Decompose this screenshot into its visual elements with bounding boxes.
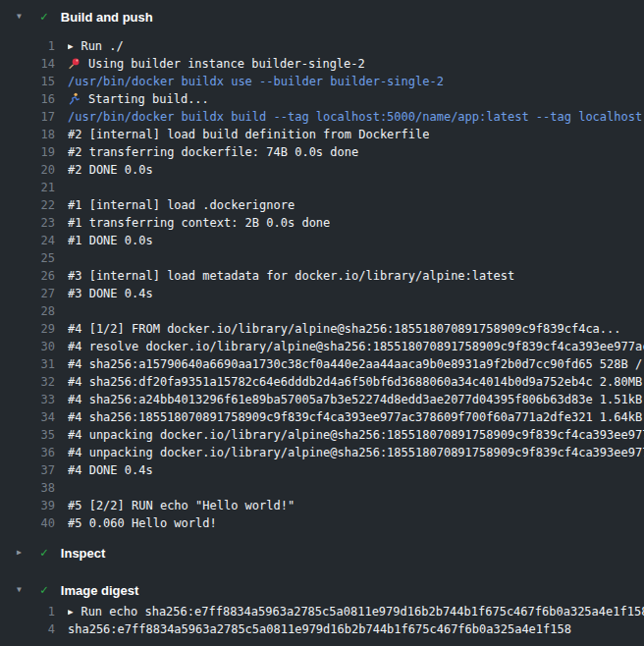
log-line-number[interactable]: 26	[0, 267, 55, 285]
log-line-number[interactable]: 29	[0, 320, 55, 338]
log-line: 20 #2 DONE 0.0s	[0, 161, 644, 179]
log-line-number[interactable]: 37	[0, 461, 55, 479]
log-line: 30 #4 resolve docker.io/library/alpine@s…	[0, 338, 644, 355]
log-line-number[interactable]: 31	[0, 355, 55, 373]
log-line-text: #4 sha256:a24bb4013296f61e89ba57005a7b3e…	[68, 391, 644, 408]
log-line-number[interactable]: 27	[0, 285, 55, 302]
log-line: 15 /usr/bin/docker buildx use --builder …	[0, 73, 644, 90]
log-line-text: /usr/bin/docker buildx build --tag local…	[68, 108, 644, 126]
step-header[interactable]: ▼ ✓ Image digest	[0, 579, 644, 601]
log-line: 1 ▶Run ./	[0, 37, 644, 55]
log-line-number[interactable]: 19	[0, 143, 55, 161]
pushpin-icon	[68, 57, 80, 70]
chevron-down-icon[interactable]: ▼	[17, 579, 28, 601]
log-line-number[interactable]: 1	[0, 603, 55, 620]
log-line-number[interactable]: 14	[0, 55, 55, 73]
log-line-text: #4 sha256:185518070891758909c9f839cf4ca3…	[68, 408, 644, 426]
log-line: 23 #1 transferring context: 2B 0.0s done	[0, 214, 644, 232]
log-line-number[interactable]: 40	[0, 514, 55, 532]
log-line-text: #2 transferring dockerfile: 74B 0.0s don…	[68, 143, 358, 161]
log-line-text: #4 resolve docker.io/library/alpine@sha2…	[68, 338, 644, 355]
log-line-number[interactable]: 30	[0, 338, 55, 355]
log-line-number[interactable]: 22	[0, 196, 55, 214]
log-line: 34 #4 sha256:185518070891758909c9f839cf4…	[0, 408, 644, 426]
log-line-text: #4 sha256:df20fa9351a15782c64e6dddb2d4a6…	[68, 373, 644, 391]
log-line: 4 sha256:e7ff8834a5963a2785c5a0811e979d1…	[0, 620, 644, 638]
step-log-lines: 1 ▶Run ./ 14 Using builder instance buil…	[0, 37, 644, 532]
step-header[interactable]: ▶ ✓ Inspect	[0, 542, 644, 564]
step-header[interactable]: ▼ ✓ Build and push	[0, 6, 644, 27]
log-line-number[interactable]: 18	[0, 126, 55, 143]
log-line: 36 #4 unpacking docker.io/library/alpine…	[0, 444, 644, 461]
log-line-text: #5 [2/2] RUN echo "Hello world!"	[68, 497, 295, 514]
step-section: ▼ ✓ Build and push 1 ▶Run ./ 14 Using bu…	[0, 6, 644, 532]
log-line-number[interactable]: 36	[0, 444, 55, 461]
log-line: 37 #4 DONE 0.4s	[0, 461, 644, 479]
log-line-number[interactable]: 28	[0, 302, 55, 320]
log-line-text: #3 [internal] load metadata for docker.i…	[68, 267, 514, 285]
log-line: 26 #3 [internal] load metadata for docke…	[0, 267, 644, 285]
log-line: 19 #2 transferring dockerfile: 74B 0.0s …	[0, 143, 644, 161]
log-line: 35 #4 unpacking docker.io/library/alpine…	[0, 426, 644, 444]
log-line-number[interactable]: 1	[0, 37, 55, 55]
log-line-text: #1 transferring context: 2B 0.0s done	[68, 214, 330, 232]
log-line: 29 #4 [1/2] FROM docker.io/library/alpin…	[0, 320, 644, 338]
log-line: 16 Starting build...	[0, 90, 644, 108]
log-line: 27 #3 DONE 0.4s	[0, 285, 644, 302]
log-line: 40 #5 0.060 Hello world!	[0, 514, 644, 532]
log-line-text: #2 [internal] load build definition from…	[68, 126, 429, 143]
log-line-number[interactable]: 23	[0, 214, 55, 232]
runner-icon	[68, 92, 80, 105]
log-line-number[interactable]: 39	[0, 497, 55, 514]
log-line-text: #1 [internal] load .dockerignore	[68, 196, 295, 214]
log-line-text: #1 DONE 0.0s	[68, 232, 153, 249]
log-line: 28	[0, 302, 644, 320]
log-line-number[interactable]: 15	[0, 73, 55, 90]
log-line-text: #4 [1/2] FROM docker.io/library/alpine@s…	[68, 320, 621, 338]
step-section: ▼ ✓ Image digest 1 ▶Run echo sha256:e7ff…	[0, 579, 644, 638]
workflow-log: ▼ ✓ Build and push 1 ▶Run ./ 14 Using bu…	[0, 6, 644, 638]
log-line: 24 #1 DONE 0.0s	[0, 232, 644, 249]
log-line-text: #4 unpacking docker.io/library/alpine@sh…	[68, 426, 644, 444]
log-line-text: #4 DONE 0.4s	[68, 461, 153, 479]
log-line-number[interactable]: 16	[0, 90, 55, 108]
log-line: 33 #4 sha256:a24bb4013296f61e89ba57005a7…	[0, 391, 644, 408]
log-line-number[interactable]: 20	[0, 161, 55, 179]
step-log-lines: 1 ▶Run echo sha256:e7ff8834a5963a2785c5a…	[0, 603, 644, 638]
check-icon: ✓	[40, 6, 48, 27]
step-section: ▶ ✓ Inspect	[0, 542, 644, 564]
log-line: 31 #4 sha256:a15790640a6690aa1730c38cf0a…	[0, 355, 644, 373]
log-line: 14 Using builder instance builder-single…	[0, 55, 644, 73]
log-line: 17 /usr/bin/docker buildx build --tag lo…	[0, 108, 644, 126]
log-line-number[interactable]: 33	[0, 391, 55, 408]
log-line-text: ▶Run echo sha256:e7ff8834a5963a2785c5a08…	[68, 603, 644, 620]
log-line-text: #4 sha256:a15790640a6690aa1730c38cf0a440…	[68, 355, 644, 373]
log-line-number[interactable]: 24	[0, 232, 55, 249]
chevron-right-icon[interactable]: ▶	[17, 542, 28, 564]
step-title: Build and push	[61, 10, 153, 25]
log-line-number[interactable]: 25	[0, 249, 55, 267]
log-line-number[interactable]: 4	[0, 620, 55, 638]
log-line-text: sha256:e7ff8834a5963a2785c5a0811e979d16b…	[68, 620, 571, 638]
log-line-number[interactable]: 34	[0, 408, 55, 426]
log-line-number[interactable]: 17	[0, 108, 55, 126]
log-line-text: Starting build...	[68, 90, 209, 108]
log-line: 25	[0, 249, 644, 267]
log-line: 18 #2 [internal] load build definition f…	[0, 126, 644, 143]
log-line-text: #2 DONE 0.0s	[68, 161, 153, 179]
log-line-number[interactable]: 38	[0, 479, 55, 497]
log-line-text: #5 0.060 Hello world!	[68, 514, 217, 532]
chevron-down-icon[interactable]: ▼	[17, 6, 28, 27]
log-line-text: ▶Run ./	[68, 37, 124, 55]
log-line-number[interactable]: 32	[0, 373, 55, 391]
step-title: Image digest	[61, 583, 138, 598]
log-line-number[interactable]: 21	[0, 179, 55, 196]
step-title: Inspect	[61, 546, 106, 561]
play-icon[interactable]: ▶	[68, 603, 73, 620]
log-line: 38	[0, 479, 644, 497]
log-line-text: /usr/bin/docker buildx use --builder bui…	[68, 73, 444, 90]
play-icon[interactable]: ▶	[68, 37, 73, 55]
log-line-text: Using builder instance builder-single-2	[68, 55, 365, 73]
log-line-text: #4 unpacking docker.io/library/alpine@sh…	[68, 444, 644, 461]
log-line-number[interactable]: 35	[0, 426, 55, 444]
